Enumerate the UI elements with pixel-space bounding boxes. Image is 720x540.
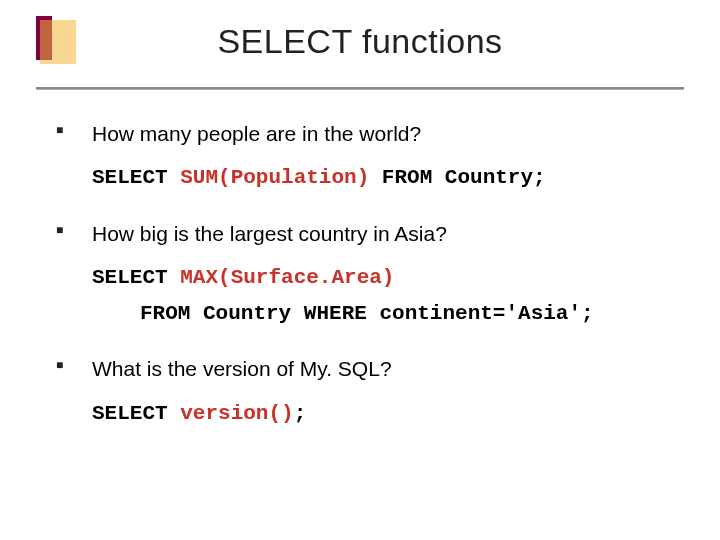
code-plain: SELECT bbox=[92, 166, 180, 189]
code-plain: SELECT bbox=[92, 402, 180, 425]
bullet-item: What is the version of My. SQL? SELECT v… bbox=[56, 355, 690, 429]
bullet-item: How big is the largest country in Asia? … bbox=[56, 220, 690, 329]
code-plain: FROM Country; bbox=[369, 166, 545, 189]
code-function: SUM(Population) bbox=[180, 166, 369, 189]
bullet-item: How many people are in the world? SELECT… bbox=[56, 120, 690, 194]
code-plain: SELECT bbox=[92, 266, 180, 289]
code-line: SELECT SUM(Population) FROM Country; bbox=[92, 162, 690, 194]
code-line: SELECT version(); bbox=[92, 398, 690, 430]
code-line: FROM Country WHERE continent='Asia'; bbox=[92, 298, 690, 330]
code-function: MAX(Surface.Area) bbox=[180, 266, 394, 289]
code-line: SELECT MAX(Surface.Area) bbox=[92, 262, 690, 294]
bullet-question: How big is the largest country in Asia? bbox=[92, 220, 690, 248]
bullet-question: What is the version of My. SQL? bbox=[92, 355, 690, 383]
code-function: version() bbox=[180, 402, 293, 425]
bullet-question: How many people are in the world? bbox=[92, 120, 690, 148]
bullet-list: How many people are in the world? SELECT… bbox=[56, 120, 690, 429]
code-plain: FROM Country WHERE continent='Asia'; bbox=[140, 302, 594, 325]
slide-title: SELECT functions bbox=[0, 22, 720, 61]
code-plain: ; bbox=[294, 402, 307, 425]
title-underline bbox=[36, 88, 684, 90]
